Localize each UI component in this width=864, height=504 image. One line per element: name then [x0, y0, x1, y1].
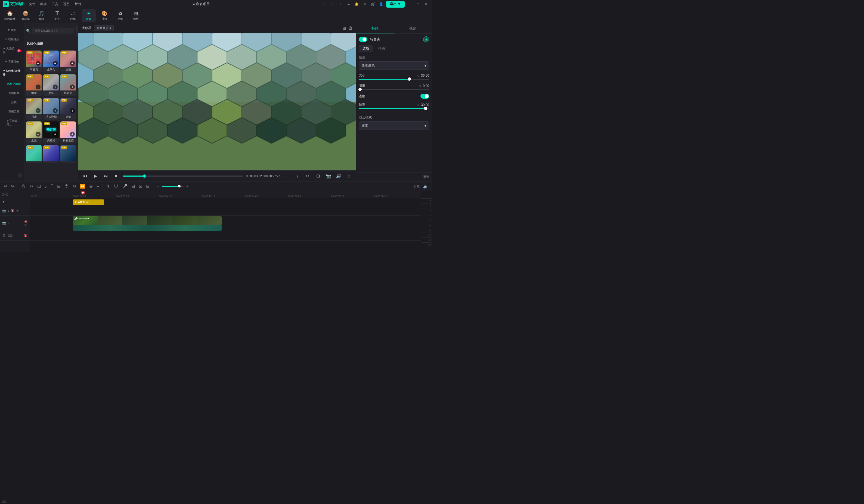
tl-more-button[interactable]: » [95, 183, 100, 190]
vol-thumb[interactable] [178, 185, 181, 187]
effect-mosaic[interactable]: VIP + 马赛克 [26, 50, 41, 73]
tl-delete-button[interactable]: 🗑 [20, 183, 27, 190]
sidebar-item-filters[interactable]: 滤镜 [2, 98, 22, 107]
mark-out-button[interactable]: } [294, 173, 301, 180]
tl-redo-button[interactable]: ↪ [10, 183, 16, 190]
screenshot-button[interactable]: 📷 [325, 173, 332, 180]
tl-timer-button[interactable]: ⏱ [63, 183, 70, 190]
tl-text-button[interactable]: T [49, 183, 55, 190]
step-forward-button[interactable]: ⏭ [102, 173, 109, 180]
stop-button[interactable]: ■ [112, 173, 120, 180]
effect-oilpaint[interactable]: VIP + 油画 [60, 50, 76, 73]
effect-zoomblur[interactable]: VIP + 缩放模糊 [43, 98, 59, 120]
effect-handpaint[interactable]: VIP + 手绘 [43, 74, 59, 96]
add-neon-button[interactable]: + [53, 132, 58, 137]
size-slider-thumb[interactable] [408, 77, 411, 81]
video1-hide-icon[interactable]: 👁 [24, 224, 27, 226]
tl-snap-button[interactable]: ⊕ [88, 183, 94, 190]
maximize-button[interactable]: □ [415, 1, 421, 7]
effect-clip[interactable]: ★ 马赛克 VIP [73, 199, 104, 205]
video2-mute-icon[interactable]: 🔇 [11, 209, 14, 212]
tool-audio[interactable]: 🎵 音频 [34, 9, 48, 22]
sub-tab-help[interactable]: 帮助 [374, 45, 388, 52]
reset-button[interactable]: 重置 [423, 175, 429, 179]
tl-subtitle-button[interactable]: ⊟ [130, 183, 136, 190]
framerate-slider[interactable] [359, 108, 429, 109]
tl-speed-button[interactable]: ⏩ [79, 183, 87, 190]
topbar-icon-3[interactable]: ↓ [337, 1, 343, 7]
mark-in-button[interactable]: { [284, 173, 290, 180]
collapse-sidebar-button[interactable]: ‹ [18, 173, 23, 178]
sidebar-item-style-filter[interactable]: 风格化滤镜 [2, 80, 22, 88]
tool-transition[interactable]: ⇌ 转场 [66, 9, 80, 22]
audio1-mute-icon[interactable]: 🔇 [24, 234, 27, 237]
menu-file[interactable]: 文件 [29, 2, 35, 7]
add-earthquake-button[interactable]: + [36, 85, 40, 89]
step-back-button[interactable]: ⏮ [82, 173, 89, 180]
split-view-button[interactable]: ⊞ [343, 26, 346, 31]
add-pasteldraw-button[interactable]: + [70, 132, 75, 137]
tool-my-materials[interactable]: 🏠 我的素材 [3, 9, 17, 22]
video1-mute-icon[interactable]: 🔇 [24, 220, 27, 223]
volume-slider[interactable] [162, 186, 183, 187]
tl-screen-button[interactable]: ⊡ [137, 183, 144, 190]
sidebar-item-newblue[interactable]: ▼ NewBlue插件 [2, 67, 22, 79]
tl-crop-button[interactable]: ⊡ [36, 183, 42, 190]
topbar-icon-4[interactable]: ☁ [345, 1, 351, 7]
framerate-slider-thumb[interactable] [424, 107, 427, 110]
tab-effects[interactable]: 特效 [356, 23, 394, 34]
add-zoomblur-button[interactable]: + [53, 108, 58, 113]
shape-slider[interactable] [359, 89, 429, 90]
add-metallic-button[interactable]: + [53, 61, 58, 66]
add-oilpaint-button[interactable]: + [70, 61, 75, 66]
tool-text[interactable]: T 文字 [50, 9, 64, 22]
topbar-icon-5[interactable]: 🔔 [353, 1, 360, 7]
sidebar-item-text-effects[interactable]: 文字特效果... [2, 117, 22, 129]
tl-shield-button[interactable]: 🛡 [112, 183, 120, 190]
sidebar-item-person-effects[interactable]: ▼ 人物特效 新 [2, 45, 22, 57]
tl-pip-button[interactable]: ⊞ [145, 183, 151, 190]
effect-neon[interactable]: VIP 亮虹光 + 亮虹光 [43, 121, 59, 144]
topbar-icon-7[interactable]: 🛒 [370, 1, 376, 7]
tl-audio-edit-button[interactable]: ♪ [43, 183, 48, 190]
tool-materials[interactable]: 📦 素材库 [19, 9, 33, 22]
effect-pasteldraw[interactable]: VIP + 粉彩素描 [60, 121, 76, 144]
tl-minus-button[interactable]: − [156, 183, 161, 190]
topbar-icon-2[interactable]: ⊟ [329, 1, 335, 7]
topbar-icon-1[interactable]: ⊞ [321, 1, 327, 7]
shape-keyframe-icon[interactable]: ◇ [419, 84, 421, 87]
effect-ghost[interactable]: VIP + 鬼魂 [60, 98, 76, 120]
sidebar-item-advanced[interactable]: 高级工具 [2, 108, 22, 116]
tool-effects[interactable]: ✦ 特效 [82, 9, 96, 22]
effect-earthquake[interactable]: VIP + 地震 [26, 74, 41, 96]
tl-sun-button[interactable]: ☀ [105, 183, 111, 190]
quality-selector[interactable]: 完整画质 ▾ [94, 25, 114, 31]
video-clip[interactable]: ▶ video-miao [73, 216, 221, 225]
tl-cut-button[interactable]: ✂ [28, 183, 35, 190]
sub-tab-options[interactable]: 选项 [359, 45, 373, 52]
effect-metallic[interactable]: VIP + 金属化 [43, 50, 59, 73]
tl-plus-button[interactable]: + [185, 183, 190, 190]
export-button[interactable]: 导出 ▼ [386, 1, 405, 8]
topbar-icon-6[interactable]: ⊞ [362, 1, 368, 7]
add-rotatelight-button[interactable]: + [70, 85, 75, 89]
tool-stickers[interactable]: ✿ 贴纸 [113, 9, 127, 22]
sidebar-item-my[interactable]: ▼ 我的 [2, 26, 22, 34]
add-softlight-button[interactable]: + [36, 132, 40, 137]
border-toggle[interactable] [420, 94, 429, 99]
effect-softlight[interactable]: VIP + 柔光 [26, 121, 41, 144]
tab-video[interactable]: 视频 [394, 23, 432, 34]
volume-down-button[interactable]: 🔈 [421, 183, 430, 190]
add-handpaint-button[interactable]: + [53, 85, 58, 89]
clip-button[interactable]: ↦ [304, 173, 311, 180]
snap-button[interactable]: ⊡ [314, 173, 322, 180]
audio-button[interactable]: 🔊 [335, 173, 342, 180]
effect-extra1[interactable]: VIP [26, 145, 41, 163]
topbar-icon-8[interactable]: 👤 [378, 1, 384, 7]
timeline-tracks[interactable]: 00:00 00:00:04:25 00:00:09:20 00:00:14:1… [30, 191, 421, 252]
sidebar-item-screen-effects[interactable]: 画面特效 [2, 89, 22, 97]
add-distort-button[interactable]: + [36, 108, 40, 113]
effects-search-input[interactable] [32, 28, 74, 34]
menu-help[interactable]: 帮助 [74, 2, 81, 7]
mask-settings-button[interactable]: ◉ [423, 36, 429, 42]
